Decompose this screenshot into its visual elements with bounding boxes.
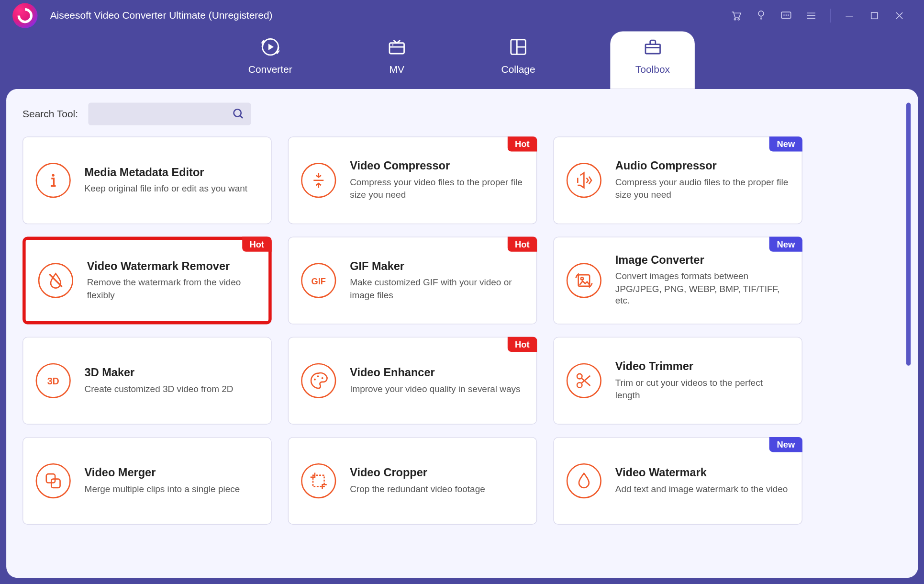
card-title: Video Enhancer [350,366,524,379]
hot-badge: Hot [507,236,537,251]
tool-card-watermark-remover[interactable]: HotVideo Watermark RemoverRemove the wat… [22,236,272,324]
hot-badge: Hot [507,136,537,151]
svg-point-22 [577,374,582,379]
audio-compress-icon [567,163,601,198]
svg-point-17 [581,277,583,280]
card-title: GIF Maker [350,260,524,273]
search-row: Search Tool: [22,103,902,125]
card-text: Video WatermarkAdd text and image waterm… [615,466,790,495]
card-desc: Crop the redundant video footage [350,483,524,495]
card-title: Video Watermark Remover [87,260,256,273]
card-title: Media Metadata Editor [85,166,259,179]
card-text: Image ConverterConvert images formats be… [615,254,790,307]
tab-label: MV [389,64,404,75]
hot-badge: Hot [242,236,272,251]
svg-point-5 [786,15,786,15]
tool-grid: Media Metadata EditorKeep original file … [22,136,902,525]
card-title: Video Merger [85,466,259,479]
tool-card-enhancer[interactable]: HotVideo EnhancerImprove your video qual… [288,337,537,425]
card-desc: Make customized GIF with your video or i… [350,277,524,301]
image-convert-icon [567,263,601,298]
minimize-button[interactable] [837,6,862,25]
svg-point-19 [314,379,316,381]
crop-icon [301,463,336,498]
tool-card-imgconv[interactable]: NewImage ConverterConvert images formats… [553,236,802,324]
drop-icon [567,463,601,498]
card-desc: Trim or cut your videos to the perfect l… [615,377,790,401]
svg-point-6 [788,15,789,15]
card-title: Video Cropper [350,466,524,479]
search-label: Search Tool: [22,108,78,120]
tool-card-3d[interactable]: 3D3D MakerCreate customized 3D video fro… [22,337,272,425]
tab-label: Collage [501,64,535,75]
svg-point-20 [317,375,319,377]
card-title: Video Watermark [615,466,790,479]
scrollbar[interactable] [906,103,911,366]
tool-card-watermark[interactable]: NewVideo WatermarkAdd text and image wat… [553,437,802,525]
card-title: Audio Compressor [615,159,790,172]
close-button[interactable] [887,6,912,25]
svg-point-14 [234,109,241,116]
tool-card-merger[interactable]: Video MergerMerge multiple clips into a … [22,437,272,525]
card-desc: Add text and image watermark to the vide… [615,483,790,495]
svg-rect-10 [390,43,404,54]
card-text: Video TrimmerTrim or cut your videos to … [615,360,790,401]
card-title: Video Compressor [350,159,524,172]
titlebar: Aiseesoft Video Converter Ultimate (Unre… [0,0,924,31]
svg-rect-7 [871,12,878,19]
card-text: Video MergerMerge multiple clips into a … [85,466,259,495]
card-text: Media Metadata EditorKeep original file … [85,166,259,195]
menu-icon[interactable] [799,6,824,25]
tab-label: Toolbox [635,64,670,75]
card-text: GIF MakerMake customized GIF with your v… [350,260,524,301]
tool-card-metadata[interactable]: Media Metadata EditorKeep original file … [22,136,272,224]
card-text: Video Watermark RemoverRemove the waterm… [87,260,256,301]
card-title: Video Trimmer [615,360,790,373]
svg-point-23 [577,382,582,387]
new-badge: New [769,136,802,151]
card-desc: Remove the watermark from the video flex… [87,277,256,301]
search-input[interactable] [88,103,251,125]
info-icon [36,163,71,198]
key-icon[interactable] [748,6,773,25]
three-d-icon: 3D [36,363,71,398]
tool-card-acompressor[interactable]: NewAudio CompressorCompress your audio f… [553,136,802,224]
tab-collage[interactable]: Collage [482,31,554,89]
maximize-button[interactable] [862,6,887,25]
tool-card-cropper[interactable]: Video CropperCrop the redundant video fo… [288,437,537,525]
watermark-remove-icon [38,263,73,298]
tab-label: Converter [248,64,292,75]
card-text: Video EnhancerImprove your video quality… [350,366,524,395]
tool-card-vcompressor[interactable]: HotVideo CompressorCompress your video f… [288,136,537,224]
svg-text:GIF: GIF [312,276,326,286]
svg-point-21 [322,377,323,379]
svg-point-11 [392,45,393,46]
tab-toolbox[interactable]: Toolbox [611,31,695,89]
card-desc: Create customized 3D video from 2D [85,383,259,395]
new-badge: New [769,437,802,452]
cart-icon[interactable] [724,6,748,25]
hot-badge: Hot [507,337,537,352]
app-logo-icon [12,3,37,28]
tool-card-gif[interactable]: HotGIFGIF MakerMake customized GIF with … [288,236,537,324]
toolbox-panel: Search Tool: Media Metadata EditorKeep o… [6,89,918,578]
card-desc: Compress your audio files to the proper … [615,177,790,201]
card-desc: Compress your video files to the proper … [350,177,524,201]
merge-icon [36,463,71,498]
svg-point-1 [738,19,739,20]
palette-icon [301,363,336,398]
search-icon[interactable] [232,108,245,123]
svg-rect-13 [646,45,660,54]
feedback-icon[interactable] [774,6,799,25]
svg-point-0 [734,19,735,20]
card-text: Video CropperCrop the redundant video fo… [350,466,524,495]
tool-card-trimmer[interactable]: Video TrimmerTrim or cut your videos to … [553,337,802,425]
svg-point-2 [758,11,764,16]
tab-converter[interactable]: Converter [230,31,311,89]
tab-mv[interactable]: MV [367,31,426,89]
card-desc: Convert images formats between JPG/JPEG,… [615,270,790,307]
svg-marker-9 [268,44,274,50]
card-desc: Keep original file info or edit as you w… [85,183,259,195]
svg-point-4 [784,15,784,15]
card-text: Video CompressorCompress your video file… [350,159,524,201]
